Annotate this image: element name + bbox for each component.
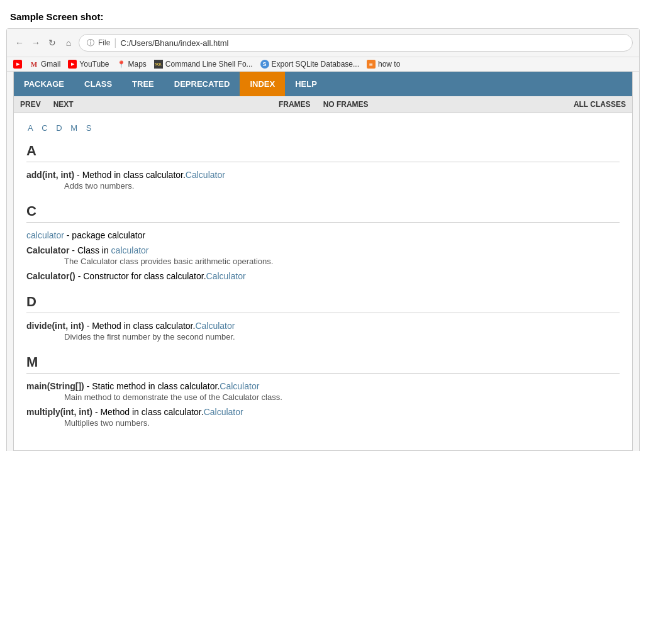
nav-index[interactable]: INDEX (240, 72, 285, 96)
section-header-m: M (26, 354, 620, 374)
youtube-icon2 (68, 60, 77, 69)
section-c: C calculator - package calculator Calcul… (26, 203, 620, 281)
reload-button[interactable]: ↻ (46, 36, 58, 49)
index-link-d[interactable]: D (56, 123, 64, 133)
entry-divide-text: - Method in class calculator. (87, 321, 196, 331)
entry-divide-bold: divide(int, int) (26, 321, 84, 331)
entry-add-link[interactable]: Calculator (186, 170, 225, 180)
entry-calculator-pkg: calculator - package calculator (26, 230, 620, 240)
bookmark-youtube1[interactable] (13, 60, 22, 69)
entry-calculator-pkg-link[interactable]: calculator (26, 230, 64, 240)
entry-calculator-constructor-text: - Constructor for class calculator. (78, 271, 206, 281)
bookmark-youtube2[interactable]: YouTube (68, 60, 109, 69)
bookmark-sqlite-label: Export SQLite Database... (272, 60, 359, 69)
info-icon: ⓘ (87, 38, 94, 48)
entry-add-text: - Method in class calculator. (77, 170, 186, 180)
entry-add-desc: Adds two numbers. (64, 181, 620, 191)
entry-main-method-desc: Main method to demonstrate the use of th… (64, 392, 620, 402)
entry-calculator-class-text: - Class in (72, 245, 111, 255)
nav-class[interactable]: CLASS (74, 72, 122, 96)
entry-main-method: main(String[]) - Static method in class … (26, 381, 620, 402)
nav-tree[interactable]: TREE (122, 72, 164, 96)
entry-main-method-text: - Static method in class calculator. (87, 381, 220, 391)
bookmark-sqlite[interactable]: Export SQLite Database... (260, 60, 359, 69)
stack-icon (367, 60, 376, 69)
entry-divide-desc: Divides the first number by the second n… (64, 332, 620, 341)
maps-icon: 📍 (117, 60, 126, 69)
entry-calculator-class-desc: The Calculator class provides basic arit… (64, 257, 620, 266)
entry-calculator-constructor-bold: Calculator() (26, 271, 75, 281)
browser-window: ← → ↻ ⌂ ⓘ File | C:/Users/Bhanu/index-al… (6, 28, 640, 451)
entry-add-bold: add(int, int) (26, 170, 74, 180)
letter-index: A C D M S (26, 123, 620, 133)
entry-add-main: add(int, int) - Method in class calculat… (26, 170, 620, 180)
section-m: M main(String[]) - Static method in clas… (26, 354, 620, 428)
entry-divide-link[interactable]: Calculator (195, 321, 235, 331)
entry-calculator-pkg-main: calculator - package calculator (26, 230, 620, 240)
entry-calculator-constructor-main: Calculator() - Constructor for class cal… (26, 271, 620, 281)
bookmark-youtube2-label: YouTube (79, 60, 109, 69)
bookmark-sql-label: Command Line Shell Fo... (165, 60, 253, 69)
index-link-m[interactable]: M (70, 123, 79, 133)
entry-main-method-link[interactable]: Calculator (220, 381, 259, 391)
sqlite-icon (260, 60, 269, 69)
index-link-a[interactable]: A (28, 123, 35, 133)
page-title: Sample Screen shot: (0, 6, 646, 28)
youtube-icon (13, 60, 22, 69)
entry-main-method-main: main(String[]) - Static method in class … (26, 381, 620, 391)
subnav-all-classes[interactable]: ALL CLASSES (574, 100, 626, 109)
entry-add: add(int, int) - Method in class calculat… (26, 170, 620, 191)
entry-multiply-link[interactable]: Calculator (204, 407, 243, 417)
entry-calculator-constructor-link[interactable]: Calculator (206, 271, 246, 281)
nav-package[interactable]: PACKAGE (14, 72, 74, 96)
sub-nav: PREV NEXT FRAMES NO FRAMES ALL CLASSES (14, 96, 632, 113)
entry-calculator-class-bold: Calculator (26, 245, 69, 255)
back-button[interactable]: ← (13, 36, 26, 49)
index-link-c[interactable]: C (42, 123, 49, 133)
bookmark-stack[interactable]: how to (367, 60, 400, 69)
sql-icon: SQL (154, 60, 163, 69)
nav-bar: PACKAGE CLASS TREE DEPRECATED INDEX HELP (14, 72, 632, 96)
entry-calculator-class-link[interactable]: calculator (111, 245, 149, 255)
entry-divide: divide(int, int) - Method in class calcu… (26, 321, 620, 341)
javadoc-container: PACKAGE CLASS TREE DEPRECATED INDEX HELP… (13, 72, 633, 451)
bookmark-gmail[interactable]: M Gmail (30, 60, 60, 69)
entry-main-method-bold: main(String[]) (26, 381, 84, 391)
section-a: A add(int, int) - Method in class calcul… (26, 143, 620, 191)
address-divider: | (114, 37, 116, 48)
gmail-icon: M (30, 60, 38, 69)
nav-help[interactable]: HELP (285, 72, 327, 96)
nav-deprecated[interactable]: DEPRECATED (164, 72, 240, 96)
subnav-next[interactable]: NEXT (53, 100, 74, 109)
file-label: File (98, 38, 110, 47)
bookmark-sql[interactable]: SQL Command Line Shell Fo... (154, 60, 253, 69)
entry-divide-main: divide(int, int) - Method in class calcu… (26, 321, 620, 331)
bookmark-stack-label: how to (378, 60, 400, 69)
entry-calculator-class: Calculator - Class in calculator The Cal… (26, 245, 620, 266)
entry-calculator-class-main: Calculator - Class in calculator (26, 245, 620, 255)
section-d: D divide(int, int) - Method in class cal… (26, 294, 620, 341)
entry-calculator-pkg-text: - package calculator (67, 230, 145, 240)
section-header-d: D (26, 294, 620, 313)
entry-multiply-text: - Method in class calculator. (95, 407, 204, 417)
subnav-frames[interactable]: FRAMES (279, 100, 311, 109)
bookmark-maps-label: Maps (128, 60, 147, 69)
url-text: C:/Users/Bhanu/index-all.html (121, 38, 229, 48)
entry-multiply-desc: Multiplies two numbers. (64, 418, 620, 428)
home-button[interactable]: ⌂ (62, 36, 75, 49)
entry-multiply-main: multiply(int, int) - Method in class cal… (26, 407, 620, 417)
bookmark-gmail-label: Gmail (41, 60, 60, 69)
entry-multiply: multiply(int, int) - Method in class cal… (26, 407, 620, 428)
bookmark-maps[interactable]: 📍 Maps (117, 60, 147, 69)
forward-button[interactable]: → (30, 36, 42, 49)
index-link-s[interactable]: S (86, 123, 94, 133)
bookmarks-bar: M Gmail YouTube 📍 Maps SQL Command Line … (7, 57, 639, 72)
content-area: A C D M S A add(int, int) - Method in cl… (14, 113, 632, 450)
address-bar[interactable]: ⓘ File | C:/Users/Bhanu/index-all.html (79, 34, 633, 52)
subnav-no-frames[interactable]: NO FRAMES (323, 100, 369, 109)
browser-toolbar: ← → ↻ ⌂ ⓘ File | C:/Users/Bhanu/index-al… (7, 29, 639, 57)
subnav-prev[interactable]: PREV (20, 100, 41, 109)
entry-calculator-constructor: Calculator() - Constructor for class cal… (26, 271, 620, 281)
section-header-a: A (26, 143, 620, 162)
entry-multiply-bold: multiply(int, int) (26, 407, 92, 417)
